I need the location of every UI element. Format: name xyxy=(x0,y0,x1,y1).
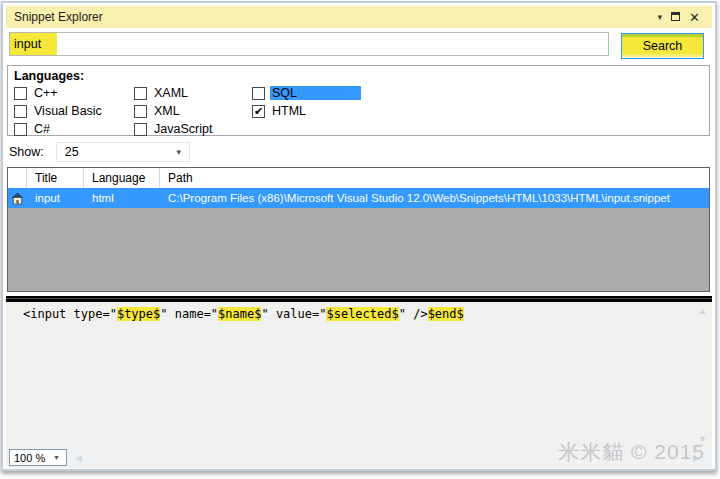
checkbox-icon[interactable] xyxy=(252,87,265,100)
snippet-placeholder: $name$ xyxy=(218,307,261,321)
show-label: Show: xyxy=(9,145,44,159)
chevron-down-icon: ▼ xyxy=(53,454,66,461)
checkbox-icon[interactable]: ✔ xyxy=(252,105,265,118)
checkbox-label: XML xyxy=(152,104,182,118)
checkbox-visual-basic[interactable]: Visual Basic xyxy=(14,102,134,120)
checkbox-label: XAML xyxy=(152,86,190,100)
grid-header: Title Language Path xyxy=(8,168,709,188)
zoom-dropdown[interactable]: 100 % ▼ xyxy=(9,449,67,466)
snippet-text: <input type=" xyxy=(23,307,117,321)
chevron-down-icon: ▼ xyxy=(175,148,189,157)
snippet-title-cell: input xyxy=(27,192,84,204)
code-line: <input type="$type$" name="$name$" value… xyxy=(6,302,712,321)
checkbox-label: Visual Basic xyxy=(32,104,104,118)
scroll-up-icon[interactable]: ▲ xyxy=(698,306,707,316)
checkbox-cpp[interactable]: C++ xyxy=(14,84,134,102)
scroll-left-icon[interactable]: ◀ xyxy=(75,453,82,463)
header-title[interactable]: Title xyxy=(27,168,84,188)
snippet-preview-panel[interactable]: <input type="$type$" name="$name$" value… xyxy=(6,302,712,447)
snippet-icon-cell xyxy=(8,192,27,205)
checkbox-xml[interactable]: XML xyxy=(134,102,252,120)
checkbox-html[interactable]: ✔ HTML xyxy=(252,102,452,120)
maximize-button[interactable] xyxy=(671,12,680,23)
checkbox-label: C++ xyxy=(32,86,60,100)
checkbox-icon[interactable] xyxy=(134,105,147,118)
languages-label: Languages: xyxy=(8,66,709,84)
checkbox-icon[interactable] xyxy=(134,123,147,136)
header-language[interactable]: Language xyxy=(84,168,160,188)
header-icon-column[interactable] xyxy=(8,168,27,188)
grid-empty-area xyxy=(8,208,709,291)
checkbox-label: JavaScript xyxy=(152,122,214,136)
checkbox-label: C# xyxy=(32,122,52,136)
checkbox-xaml[interactable]: XAML xyxy=(134,84,252,102)
checkbox-icon[interactable] xyxy=(14,105,27,118)
window-title: Snippet Explorer xyxy=(6,10,658,24)
search-button[interactable]: Search xyxy=(621,33,704,59)
snippet-language-cell: html xyxy=(84,192,160,204)
header-path[interactable]: Path xyxy=(160,168,709,188)
checkbox-icon[interactable] xyxy=(14,87,27,100)
close-button[interactable]: ✕ xyxy=(689,12,700,23)
snippet-text: " value=" xyxy=(261,307,326,321)
search-button-label: Search xyxy=(643,39,683,53)
show-count-value: 25 xyxy=(57,145,175,159)
titlebar-buttons: ▾ ✕ xyxy=(658,12,712,23)
window-menu-icon[interactable]: ▾ xyxy=(658,12,663,22)
home-icon xyxy=(11,192,24,205)
checkbox-label: SQL xyxy=(270,86,361,100)
checkbox-icon[interactable] xyxy=(14,123,27,136)
show-row: Show: 25 ▼ xyxy=(9,142,190,162)
snippet-text: " name=" xyxy=(160,307,218,321)
checkbox-label: HTML xyxy=(270,104,308,118)
checkbox-javascript[interactable]: JavaScript xyxy=(134,120,252,138)
snippet-placeholder: $end$ xyxy=(428,307,464,321)
window-titlebar[interactable]: Snippet Explorer ▾ ✕ xyxy=(6,6,712,28)
checkbox-csharp[interactable]: C# xyxy=(14,120,134,138)
results-grid: Title Language Path input html C:\Progra… xyxy=(7,167,710,292)
maximize-icon xyxy=(671,12,680,21)
checkbox-icon[interactable] xyxy=(134,87,147,100)
snippet-text: " /> xyxy=(399,307,428,321)
zoom-value: 100 % xyxy=(10,452,53,464)
show-count-dropdown[interactable]: 25 ▼ xyxy=(56,142,190,162)
snippet-result-row[interactable]: input html C:\Program Files (x86)\Micros… xyxy=(8,188,709,208)
snippet-path-cell: C:\Program Files (x86)\Microsoft Visual … xyxy=(160,192,709,204)
watermark: 米米貓 © 2015 xyxy=(558,438,705,466)
screenshot-canvas: Snippet Explorer ▾ ✕ Search Languages: C… xyxy=(0,0,720,479)
snippet-placeholder: $selected$ xyxy=(326,307,398,321)
snippet-placeholder: $type$ xyxy=(117,307,160,321)
snippet-explorer-window: Snippet Explorer ▾ ✕ Search Languages: C… xyxy=(1,1,717,471)
checkbox-sql[interactable]: SQL xyxy=(252,84,452,102)
languages-columns: C++ Visual Basic C# XAML xyxy=(8,84,709,138)
search-input[interactable] xyxy=(9,32,609,56)
languages-groupbox: Languages: C++ Visual Basic C# xyxy=(7,65,710,136)
